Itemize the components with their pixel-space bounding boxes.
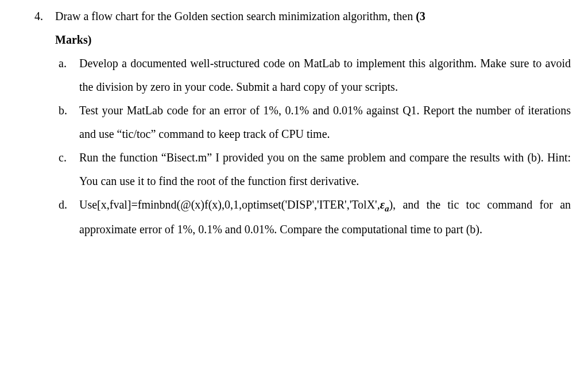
item-b-text: Test your MatLab code for an error of 1%…: [79, 99, 571, 146]
item-a-text: Develop a documented well-structured cod…: [79, 52, 571, 99]
question-intro: Draw a flow chart for the Golden section…: [55, 5, 571, 28]
item-c-text: Run the function “Bisect.m” I provided y…: [79, 146, 571, 193]
epsilon: εa: [380, 198, 389, 211]
question-number: 4.: [34, 5, 55, 241]
question-4: 4. Draw a flow chart for the Golden sect…: [34, 5, 571, 241]
item-c: c. Run the function “Bisect.m” I provide…: [59, 146, 571, 193]
item-d-label: d.: [59, 193, 79, 241]
intro-text: Draw a flow chart for the Golden section…: [55, 10, 416, 22]
item-a: a. Develop a documented well-structured …: [59, 52, 571, 99]
fminbnd-call-lead: Use[x,fval]=fminbnd(@(x)f(x),0,1,optimse…: [79, 198, 380, 211]
item-d-text: Use[x,fval]=fminbnd(@(x)f(x),0,1,optimse…: [79, 193, 571, 241]
item-c-label: c.: [59, 146, 79, 193]
item-a-label: a.: [59, 52, 79, 99]
epsilon-symbol: ε: [380, 198, 385, 211]
marks-line: Marks): [55, 28, 571, 52]
page-content: 4. Draw a flow chart for the Golden sect…: [0, 0, 588, 253]
item-d: d. Use[x,fval]=fminbnd(@(x)f(x),0,1,opti…: [59, 193, 571, 241]
item-b: b. Test your MatLab code for an error of…: [59, 99, 571, 146]
marks-open: (3: [416, 10, 425, 22]
question-body: Draw a flow chart for the Golden section…: [55, 5, 571, 241]
item-b-label: b.: [59, 99, 79, 146]
fminbnd-tail1: ), and the tic: [389, 198, 459, 211]
